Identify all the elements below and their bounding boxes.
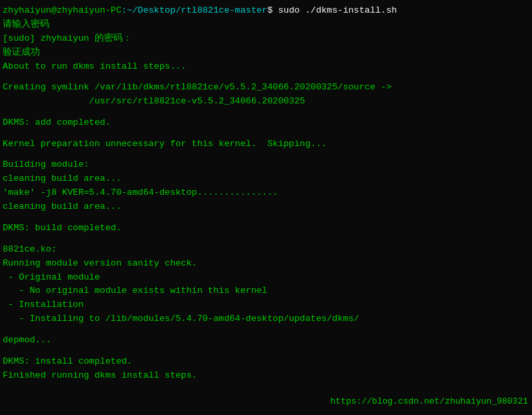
terminal-line (3, 130, 529, 137)
prompt-user-host: zhyhaiyun@zhyhaiyun-PC (3, 5, 121, 15)
watermark: https://blog.csdn.net/zhuhaiyun_980321 (331, 395, 528, 408)
terminal-line: DKMS: install completed. (3, 355, 529, 369)
terminal-line: DKMS: add completed. (3, 116, 529, 130)
terminal-line: /usr/src/rtl8821ce-v5.5.2_34066.20200325 (3, 95, 529, 109)
terminal-line (3, 214, 529, 222)
terminal-line: cleaning build area... (3, 172, 529, 186)
terminal-line: 请输入密码 (3, 18, 529, 32)
terminal-line: About to run dkms install steps... (3, 60, 529, 74)
prompt-command: sudo ./dkms-install.sh (273, 5, 397, 15)
terminal-line: depmod... (3, 334, 529, 348)
terminal-line (3, 109, 529, 116)
terminal-line: Creating symlink /var/lib/dkms/rtl8821ce… (3, 81, 529, 95)
terminal-line (3, 348, 529, 355)
terminal-line: [sudo] zhyhaiyun 的密码： (3, 32, 529, 46)
prompt-dollar: $ (267, 5, 273, 15)
terminal-line: - No original module exists within this … (3, 284, 529, 298)
terminal-line: 验证成功 (3, 46, 529, 60)
terminal-line: DKMS: build completed. (3, 222, 529, 236)
terminal-window: zhyhaiyun@zhyhaiyun-PC:~/Desktop/rtl8821… (0, 0, 532, 415)
terminal-line (3, 74, 529, 81)
terminal-line: Kernel preparation unnecessary for this … (3, 137, 529, 151)
prompt-path: :~/Desktop/rtl8821ce-master (121, 5, 267, 15)
terminal-line: Running module version sanity check. (3, 257, 529, 271)
terminal-line: cleaning build area... (3, 200, 529, 214)
terminal-line: Finished running dkms install steps. (3, 369, 529, 383)
terminal-line: 'make' -j8 KVER=5.4.70-amd64-desktop....… (3, 186, 529, 200)
terminal-line: - Installing to /lib/modules/5.4.70-amd6… (3, 312, 529, 326)
terminal-line: - Installation (3, 298, 529, 312)
terminal-line (3, 236, 529, 243)
terminal-line: - Original module (3, 271, 529, 285)
terminal-line: 8821ce.ko: (3, 243, 529, 257)
terminal-line (3, 151, 529, 159)
terminal-content: zhyhaiyun@zhyhaiyun-PC:~/Desktop/rtl8821… (3, 4, 529, 383)
terminal-line: Building module: (3, 158, 529, 172)
terminal-line: zhyhaiyun@zhyhaiyun-PC:~/Desktop/rtl8821… (3, 4, 529, 18)
terminal-line (3, 326, 529, 334)
